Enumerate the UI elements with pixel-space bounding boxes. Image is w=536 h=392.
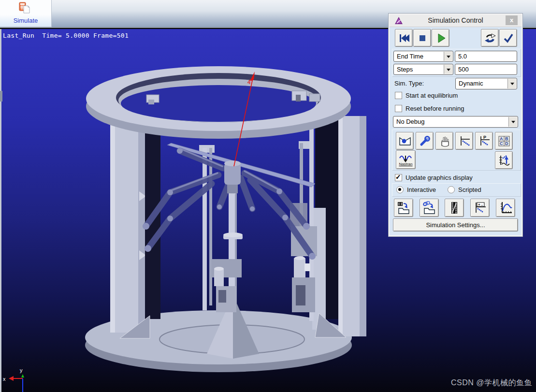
reset-button[interactable] xyxy=(481,29,499,47)
end-time-input[interactable] xyxy=(455,51,517,62)
plot-tracking-button[interactable]: + - xyxy=(470,199,490,217)
curve-plot-icon xyxy=(499,201,512,215)
apply-button[interactable] xyxy=(499,29,517,47)
reset-icon xyxy=(484,32,496,44)
end-time-selector[interactable]: End Time xyxy=(393,51,453,62)
svg-text:+ -: + - xyxy=(478,203,483,207)
simulation-settings-button[interactable]: Simulation Settings... xyxy=(393,218,518,232)
animation-icon xyxy=(399,135,411,147)
start-equilibrium-checkbox[interactable]: Start at equilibrium xyxy=(395,92,458,99)
rotor-hub xyxy=(224,163,241,185)
rewind-icon xyxy=(398,32,410,44)
play-icon xyxy=(435,32,447,44)
plotting-button[interactable] xyxy=(496,199,515,217)
scatter-plot-icon xyxy=(458,135,471,147)
axis-marker-label: 4 xyxy=(247,79,251,86)
interactive-radio[interactable]: Interactive xyxy=(396,186,436,193)
chevron-down-icon[interactable] xyxy=(507,79,516,88)
filmstrip-icon xyxy=(448,201,461,215)
x-axis-arrow xyxy=(9,376,14,381)
y-axis-label: y xyxy=(20,367,23,373)
svg-text:B: B xyxy=(505,136,508,141)
steps-input[interactable] xyxy=(455,64,517,75)
nastran-wave-icon xyxy=(399,154,413,162)
stop-icon xyxy=(416,32,429,44)
left-actuator xyxy=(212,259,242,312)
tab-simulate[interactable]: Simulate xyxy=(0,0,52,27)
y-axis-arrow xyxy=(21,374,24,377)
nastran-label: Nastran xyxy=(399,162,412,166)
debug-selector[interactable]: No Debug xyxy=(393,116,518,128)
film-to-folder-icon xyxy=(397,201,410,215)
sim-type-selector[interactable]: Dynamic xyxy=(455,78,517,89)
load-animation-button[interactable] xyxy=(420,199,439,217)
dialog-titlebar[interactable]: Simulation Control x xyxy=(390,15,522,27)
abcd-table-icon: A B C D xyxy=(498,135,510,147)
stop-button[interactable] xyxy=(413,29,431,47)
update-graphics-checkbox[interactable]: Update graphics display xyxy=(395,174,473,181)
steps-selector[interactable]: Steps xyxy=(393,64,453,75)
sim-type-label: Sim. Type: xyxy=(394,80,424,87)
plot-up-button[interactable] xyxy=(495,151,513,169)
nastran-export-button[interactable]: Nastran xyxy=(396,150,416,169)
plot-points-button[interactable] xyxy=(455,132,473,150)
hand-icon xyxy=(438,135,451,147)
dialog-title: Simulation Control xyxy=(390,16,522,24)
rewind-button[interactable] xyxy=(395,29,413,47)
svg-text:C: C xyxy=(500,141,503,146)
animation-review-button[interactable] xyxy=(396,132,414,150)
svg-text:D: D xyxy=(505,141,508,146)
pan-button[interactable] xyxy=(435,132,453,150)
plot-p-button[interactable]: P xyxy=(475,132,493,150)
simulation-control-dialog: Simulation Control x End xyxy=(389,14,522,236)
clip-to-folder-icon xyxy=(422,201,436,215)
guide-rod xyxy=(203,148,207,310)
animation-player-button[interactable] xyxy=(445,199,464,217)
close-button[interactable]: x xyxy=(506,15,518,25)
check-icon xyxy=(502,32,515,44)
plus-minus-plot-icon: + - xyxy=(473,201,487,215)
p-plot-icon: P xyxy=(478,135,491,147)
tab-simulate-label: Simulate xyxy=(0,17,51,24)
coordinate-triad: x y xyxy=(0,364,39,392)
scripted-radio[interactable]: Scripted xyxy=(448,186,481,193)
chevron-down-icon[interactable] xyxy=(444,65,452,74)
simulate-icon xyxy=(18,1,31,16)
save-animation-button[interactable] xyxy=(394,199,413,217)
wrench-icon xyxy=(419,135,431,147)
table-button[interactable]: A B C D xyxy=(495,132,513,150)
reset-before-running-checkbox[interactable]: Reset before running xyxy=(395,105,464,112)
chevron-down-icon[interactable] xyxy=(444,52,452,61)
svg-text:P: P xyxy=(483,135,486,140)
x-axis-label: x xyxy=(3,376,6,382)
chevron-down-icon[interactable] xyxy=(508,117,517,127)
play-button[interactable] xyxy=(432,29,449,47)
svg-text:A: A xyxy=(500,136,503,141)
tools-button[interactable] xyxy=(416,132,434,150)
impact-plot-icon xyxy=(498,154,510,167)
watermark: CSDN @学机械的鱼鱼 xyxy=(451,378,532,388)
